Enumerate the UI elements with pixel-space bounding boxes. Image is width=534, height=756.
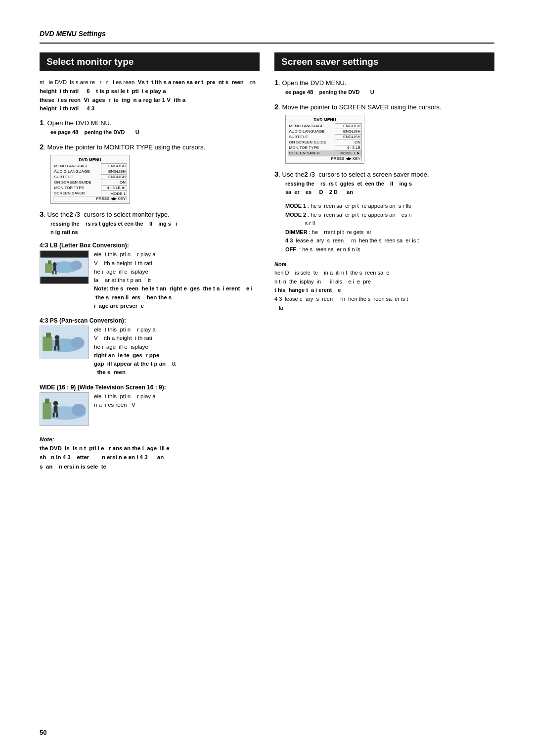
right-dvd-menu-title: DVD MENU	[288, 117, 362, 122]
option-lb-image	[40, 250, 89, 284]
section-title: DVD MENU Settings	[40, 30, 494, 38]
option-lb-row: ele t this pti n r play a V ith a height…	[40, 250, 260, 310]
svg-rect-27	[53, 412, 55, 417]
menu-row: PRESS ◀▶ KEY	[53, 196, 127, 201]
svg-rect-8	[53, 266, 56, 271]
intro-line-4: height i th rati 4 3	[40, 105, 94, 111]
left-step-2-text: Move the pointer to MONITOR TYPE using t…	[47, 143, 206, 151]
menu-row: PRESS ◀▶ KEY	[288, 156, 362, 161]
option-ps: 4:3 PS (Pan-scan Conversion):	[40, 317, 260, 377]
off-label: 4 3	[285, 237, 293, 243]
menu-row: SUBTITLEENGLISH	[288, 134, 362, 140]
main-content: Select monitor type st ie DVD is s are r…	[40, 52, 494, 471]
left-step-1-text: Open the DVD MENU.	[47, 119, 112, 127]
svg-rect-13	[43, 336, 52, 351]
svg-rect-22	[43, 402, 51, 419]
divider	[40, 43, 494, 44]
colon1: :	[308, 203, 309, 209]
option-wide-row: ele t this pti n r play a n a i es reen …	[40, 392, 260, 426]
right-step-2-text: Move the pointer to SCREEN SAVER using t…	[282, 103, 442, 111]
dimmer-label: DIMMER	[285, 229, 308, 235]
dot2: .	[44, 143, 47, 151]
mode2-label: MODE 2	[285, 212, 306, 218]
option-lb-desc: ele t this pti n r play a V ith a height…	[94, 250, 260, 310]
colon2: :	[308, 212, 309, 218]
option-ps-image	[40, 326, 89, 359]
svg-rect-18	[54, 346, 56, 351]
right-step-1-text: Open the DVD MENU.	[282, 79, 347, 87]
svg-rect-2	[40, 277, 88, 284]
svg-rect-1	[40, 251, 88, 258]
colon3: :	[309, 229, 311, 235]
off-desc: lease e ary s reen rn hen the s reen sa …	[296, 237, 419, 243]
intro-line-2: height i th rati 6 t is p ssi le t pti i…	[40, 88, 166, 94]
option-wide-image	[40, 392, 89, 426]
menu-row: SUBTITLEENGLISH	[53, 174, 127, 180]
menu-row: ON SCREEN GUIDEON	[288, 140, 362, 145]
svg-rect-17	[55, 340, 59, 346]
right-step-1: 1. Open the DVD MENU. ee page 48 pening …	[274, 78, 494, 96]
right-dvd-menu-box: DVD MENU MENU LANGUAGEENGLISH AUDIO LANG…	[285, 115, 364, 164]
right-column: Screen saver settings 1. Open the DVD ME…	[274, 52, 494, 471]
left-step-3-text: Use the2 /3 cursors to select monitor ty…	[47, 211, 170, 218]
menu-row: MONITOR TYPE4 : 3 LB	[288, 145, 362, 150]
right-step-3-note: ressing the rs rs t ggles et een the Il …	[285, 180, 494, 196]
svg-rect-23	[45, 398, 49, 403]
left-step-3: 3. Use the2 /3 cursors to select monitor…	[40, 210, 260, 236]
menu-row: AUDIO LANGUAGEENGLISH	[53, 169, 127, 174]
page-number: 50	[40, 729, 46, 736]
svg-rect-28	[56, 412, 58, 417]
svg-rect-26	[54, 406, 58, 413]
right-note-line1: hen D is sele te in a iti n t the s reen…	[274, 270, 389, 276]
option-wide-label: WIDE (16 : 9) (Wide Television Screen 16…	[40, 384, 260, 391]
page: DVD MENU Settings Select monitor type st…	[0, 0, 534, 756]
left-dvd-menu-box: DVD MENU MENU LANGUAGEENGLISH AUDIO LANG…	[50, 155, 130, 204]
note-line-1: the DVD is is n t pti i e r ans an the i…	[40, 445, 170, 470]
right-note-block: Note hen D is sele te in a iti n t the s…	[274, 260, 494, 313]
left-intro: st ie DVD is s are re r r i es reen Vs t…	[40, 78, 260, 113]
right-step-2: 2. Move the pointer to SCREEN SAVER usin…	[274, 102, 494, 164]
svg-rect-14	[46, 333, 51, 338]
dot: .	[44, 119, 47, 127]
menu-row: AUDIO LANGUAGEENGLISH	[288, 129, 362, 134]
svg-rect-4	[45, 263, 52, 273]
left-step-1-note: ee page 48 pening the DVD U	[50, 128, 260, 137]
left-section-header: Select monitor type	[40, 52, 260, 71]
option-ps-label: 4:3 PS (Pan-scan Conversion):	[40, 317, 260, 324]
note-label: Note:	[40, 436, 54, 442]
left-dvd-menu-table: MENU LANGUAGEENGLISH AUDIO LANGUAGEENGLI…	[53, 163, 127, 202]
option-ps-desc: ele t this pti n r play a V ith a height…	[94, 326, 176, 377]
svg-rect-9	[52, 271, 54, 275]
dimmer-desc: he rrent pi t re gets ar	[312, 229, 371, 235]
svg-point-16	[55, 335, 60, 340]
menu-row: MENU LANGUAGEENGLISH	[53, 163, 127, 169]
svg-rect-19	[57, 346, 59, 351]
right-step-3-text: Use the2 /3 cursors to select a screen s…	[282, 171, 429, 178]
menu-row: SCREEN SAVERMODE 1 ►	[288, 150, 362, 156]
menu-row: ON SCREEN GUIDEON	[53, 180, 127, 185]
svg-point-7	[53, 263, 57, 267]
off2-desc: : he s reen sa er n ti n is	[299, 246, 360, 252]
left-step-2: 2. Move the pointer to MONITOR TYPE usin…	[40, 142, 260, 204]
svg-rect-5	[48, 261, 51, 265]
intro-line-1: st ie DVD is s are re r r i es reen Vs t…	[40, 79, 256, 85]
svg-point-24	[72, 404, 86, 416]
mode1-label: MODE 1	[285, 203, 306, 209]
mode1-desc: he s reen sa er pi t re appears an s r l…	[311, 203, 411, 209]
option-lb-label: 4:3 LB (Letter Box Conversion):	[40, 242, 260, 249]
svg-point-25	[53, 401, 58, 406]
left-note: Note: the DVD is is n t pti i e r ans an…	[40, 435, 260, 472]
right-step-3: 3. Use the2 /3 cursors to select a scree…	[274, 170, 494, 196]
right-note-italic: Note	[274, 261, 286, 267]
option-lb: 4:3 LB (Letter Box Conversion):	[40, 242, 260, 310]
option-wide: WIDE (16 : 9) (Wide Television Screen 16…	[40, 384, 260, 426]
mode-list: MODE 1 : he s reen sa er pi t re appears…	[285, 202, 494, 254]
right-note-line3: t his hange t a i erent e	[274, 287, 341, 293]
right-step-1-note: ee page 48 pening the DVD U	[285, 88, 494, 96]
off2-label: OFF	[285, 246, 296, 252]
right-note-line2: n ti n the isplay in ill als e i e pre	[274, 279, 371, 284]
left-step-3-note: ressing the rs rs t ggles et een the Il …	[50, 220, 260, 236]
left-dvd-menu-title: DVD MENU	[53, 157, 127, 162]
left-column: Select monitor type st ie DVD is s are r…	[40, 52, 260, 471]
menu-row: MONITOR TYPE4 : 3 LB ►	[53, 185, 127, 190]
